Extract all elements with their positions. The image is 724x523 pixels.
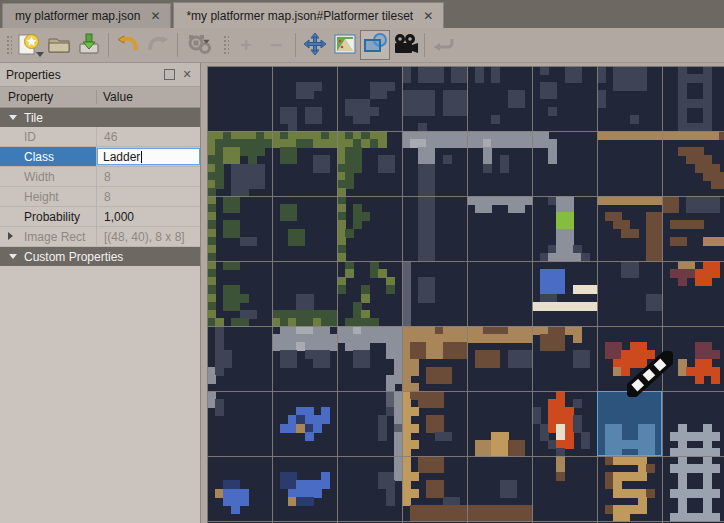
open-file-button[interactable] <box>44 30 74 60</box>
properties-column-headers: Property Value <box>0 87 200 108</box>
new-map-button[interactable] <box>14 30 44 60</box>
chevron-down-icon <box>9 254 17 259</box>
toolbar-drag-handle[interactable] <box>5 34 12 56</box>
tab-tileset[interactable]: *my platformer map.json#Platformer tiles… <box>173 2 444 28</box>
tile-animation-button[interactable] <box>390 30 420 60</box>
property-rows: ID46ClassLadderWidth8Height8Probability1… <box>0 127 200 247</box>
document-tab-bar: my platformer map.json ✕ *my platformer … <box>0 0 724 28</box>
properties-panel-titlebar[interactable]: Properties ✕ <box>0 63 200 87</box>
column-header-property[interactable]: Property <box>0 90 97 104</box>
tab-map[interactable]: my platformer map.json ✕ <box>2 3 171 28</box>
film-strip-cursor-icon <box>627 351 673 397</box>
property-name[interactable]: Width <box>0 167 97 186</box>
move-tool-icon <box>302 31 328 60</box>
redo-button[interactable] <box>143 30 173 60</box>
property-value[interactable]: 8 <box>97 187 200 206</box>
terrain-editor-icon <box>332 31 358 60</box>
tab-map-label: my platformer map.json <box>15 9 140 23</box>
undo-icon <box>115 31 141 60</box>
tile-animation-icon <box>391 31 419 60</box>
chevron-right-icon[interactable] <box>8 232 13 240</box>
return-icon <box>431 31 457 60</box>
toolbar-separator <box>108 33 109 57</box>
property-row-height[interactable]: Height8 <box>0 187 200 207</box>
toolbar-separator <box>295 33 296 57</box>
text-caret <box>141 151 142 163</box>
property-row-width[interactable]: Width8 <box>0 167 200 187</box>
section-label: Tile <box>24 111 43 125</box>
toolbar-separator <box>177 33 178 57</box>
property-name[interactable]: Class <box>0 147 97 166</box>
property-row-class[interactable]: ClassLadder <box>0 147 200 167</box>
property-value[interactable]: Ladder <box>97 147 200 166</box>
save-button[interactable] <box>74 30 104 60</box>
property-value[interactable]: 46 <box>97 127 200 146</box>
property-name[interactable]: Probability <box>0 207 97 226</box>
properties-panel: Properties ✕ Property Value Tile ID46Cla… <box>0 63 201 523</box>
float-icon <box>164 69 175 80</box>
collision-editor-button[interactable] <box>360 30 390 60</box>
collision-editor-icon <box>362 31 388 60</box>
property-value[interactable]: [(48, 40), 8 x 8] <box>97 227 200 246</box>
dropdown-caret-icon <box>36 52 44 57</box>
class-value-input[interactable]: Ladder <box>97 148 200 165</box>
property-name[interactable]: Image Rect <box>0 227 97 246</box>
redo-icon <box>145 31 171 60</box>
tiled-window: my platformer map.json ✕ *my platformer … <box>0 0 724 523</box>
property-row-image-rect[interactable]: Image Rect[(48, 40), 8 x 8] <box>0 227 200 247</box>
execute-commands-icon <box>186 31 216 60</box>
execute-commands-button[interactable] <box>182 30 220 60</box>
open-file-icon <box>46 31 72 60</box>
close-icon[interactable]: ✕ <box>150 9 160 23</box>
column-header-value[interactable]: Value <box>97 90 200 104</box>
tab-tileset-label: *my platformer map.json#Platformer tiles… <box>186 9 413 23</box>
chevron-down-icon <box>9 115 17 120</box>
property-row-id[interactable]: ID46 <box>0 127 200 147</box>
remove-button[interactable]: − <box>261 30 291 60</box>
remove-icon: − <box>270 34 282 57</box>
return-button[interactable] <box>429 30 459 60</box>
move-tool-button[interactable] <box>300 30 330 60</box>
input-text: Ladder <box>103 150 140 164</box>
section-label: Custom Properties <box>24 250 123 264</box>
close-button[interactable]: ✕ <box>180 68 194 82</box>
add-icon: + <box>240 34 252 57</box>
property-name[interactable]: Height <box>0 187 97 206</box>
selected-tile-highlight[interactable] <box>597 391 662 456</box>
properties-panel-title: Properties <box>6 68 158 82</box>
property-value[interactable]: 1,000 <box>97 207 200 226</box>
undo-button[interactable] <box>113 30 143 60</box>
terrain-editor-button[interactable] <box>330 30 360 60</box>
add-button[interactable]: + <box>231 30 261 60</box>
property-value[interactable]: 8 <box>97 167 200 186</box>
close-icon: ✕ <box>182 68 191 81</box>
toolbar-drag-handle[interactable] <box>222 34 229 56</box>
toolbar-separator <box>424 33 425 57</box>
section-header-custom-properties[interactable]: Custom Properties <box>0 247 200 266</box>
tileset-view[interactable] <box>207 66 724 523</box>
save-icon <box>76 31 102 60</box>
close-icon[interactable]: ✕ <box>423 9 433 23</box>
property-name[interactable]: ID <box>0 127 97 146</box>
property-row-probability[interactable]: Probability1,000 <box>0 207 200 227</box>
section-header-tile[interactable]: Tile <box>0 108 200 127</box>
tileset-editor-area <box>201 63 724 523</box>
main-toolbar: + − <box>0 28 724 63</box>
float-button[interactable] <box>162 68 176 82</box>
